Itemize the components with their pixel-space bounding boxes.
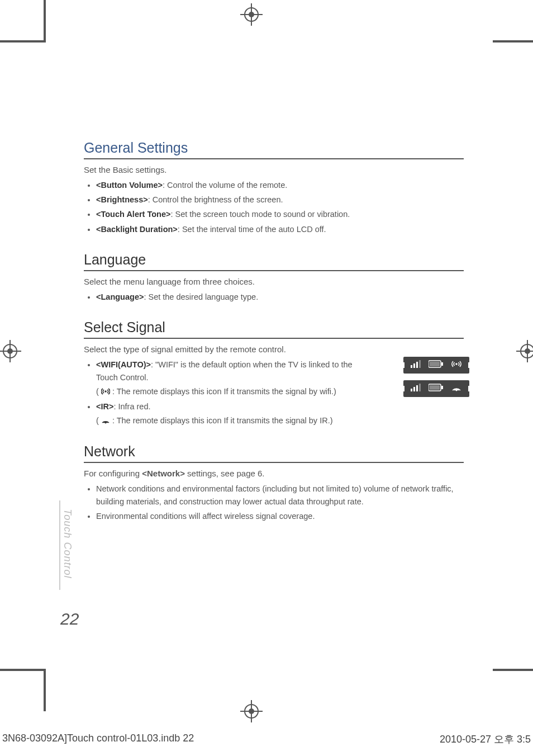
registration-mark-icon [240, 700, 263, 722]
footer-timestamp: 2010-05-27 오후 3:5 [440, 733, 531, 746]
svg-rect-28 [416, 385, 418, 391]
svg-point-17 [104, 422, 106, 423]
svg-rect-21 [419, 360, 421, 368]
list-item: <IR>: Infra red. ( : The remote displays… [96, 400, 375, 428]
crop-mark [0, 669, 46, 671]
ir-signal-icon [451, 384, 462, 394]
page-number: 22 [60, 609, 79, 629]
registration-mark-icon [240, 3, 263, 26]
side-separator [59, 500, 60, 590]
wifi-broadcast-icon [101, 386, 110, 399]
heading-select-signal: Select Signal [84, 319, 464, 339]
ir-status-badge [403, 380, 469, 397]
list-item: Environmental conditions will affect wir… [96, 510, 464, 523]
list-item: <Brightness>: Control the brightness of … [96, 193, 464, 206]
wifi-broadcast-icon [451, 360, 462, 370]
crop-mark [493, 40, 533, 42]
heading-general-settings: General Settings [84, 140, 464, 159]
svg-rect-23 [441, 362, 443, 366]
list-item: <Touch Alert Tone>: Set the screen touch… [96, 208, 464, 221]
list-item: <Language>: Set the desired language typ… [96, 291, 464, 304]
footer: 3N68-03092A]Touch control-01L03.indb 22 … [0, 733, 533, 746]
svg-point-25 [455, 363, 458, 365]
svg-rect-19 [413, 363, 415, 368]
svg-rect-32 [430, 385, 440, 390]
list-item: <Button Volume>: Control the volume of t… [96, 179, 464, 192]
svg-rect-31 [441, 386, 443, 389]
svg-rect-24 [430, 362, 440, 366]
signal-bars-icon [411, 360, 421, 370]
list-item: <WIFI(AUTO)>: "WIFI" is the default opti… [96, 358, 375, 399]
signal-badge-group [403, 357, 469, 404]
crop-mark [0, 40, 46, 42]
registration-mark-icon [0, 340, 21, 362]
registration-mark-icon [516, 340, 533, 362]
ir-signal-icon [101, 415, 110, 428]
crop-mark [493, 669, 533, 671]
crop-mark [44, 0, 46, 40]
footer-filename: 3N68-03092A]Touch control-01L03.indb 22 [2, 733, 194, 746]
intro-select-signal: Select the type of signal emitted by the… [84, 344, 464, 354]
battery-icon [429, 360, 443, 370]
signal-bars-icon [411, 384, 421, 394]
battery-icon [429, 384, 443, 394]
intro-general: Set the Basic settings. [84, 165, 464, 174]
heading-language: Language [84, 252, 464, 271]
list-general: <Button Volume>: Control the volume of t… [84, 179, 464, 236]
list-item: <Backlight Duration>: Set the interval t… [96, 223, 464, 236]
side-label: Touch Control [61, 509, 73, 578]
crop-mark [44, 671, 46, 711]
svg-point-33 [456, 390, 458, 391]
list-language: <Language>: Set the desired language typ… [84, 291, 464, 304]
intro-network: For configuring <Network> settings, see … [84, 469, 464, 478]
svg-rect-18 [411, 365, 412, 368]
list-network: Network conditions and environmental fac… [84, 483, 464, 523]
svg-rect-20 [416, 362, 418, 368]
svg-point-16 [104, 390, 107, 393]
svg-rect-29 [419, 384, 421, 391]
intro-language: Select the menu language from three choi… [84, 277, 464, 286]
svg-rect-27 [413, 387, 415, 391]
list-item: Network conditions and environmental fac… [96, 483, 464, 508]
svg-rect-26 [411, 389, 412, 391]
heading-network: Network [84, 443, 464, 463]
wifi-status-badge [403, 357, 469, 374]
